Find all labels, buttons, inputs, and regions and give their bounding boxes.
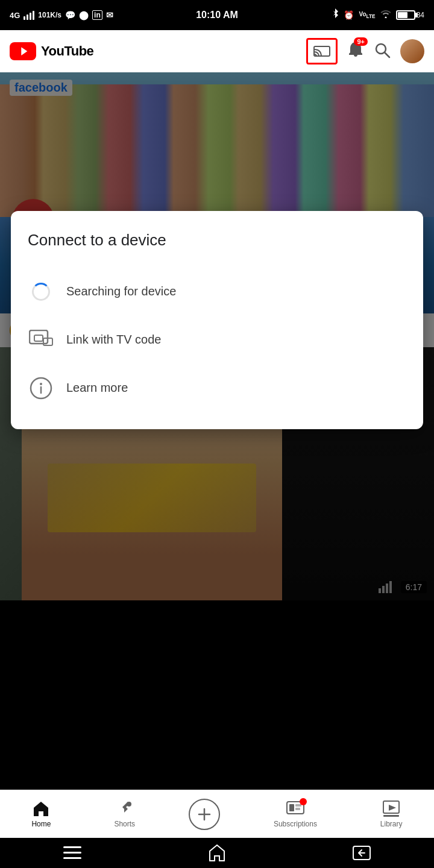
shorts-svg: [116, 800, 134, 817]
android-nav-bar: [0, 838, 434, 868]
add-icon: [197, 807, 212, 822]
svg-point-13: [40, 383, 42, 385]
library-label: Library: [380, 820, 403, 828]
searching-label: Searching for device: [66, 285, 176, 298]
volte-icon: VoLTE: [359, 11, 375, 19]
link-tv-label: Link with TV code: [66, 333, 162, 347]
battery-container: 34: [396, 10, 424, 20]
tv-code-icon: [28, 327, 54, 353]
tv-icon: [29, 330, 53, 350]
menu-icon: [63, 846, 81, 860]
battery-icon: [396, 10, 415, 20]
subscriptions-label: Subscriptions: [274, 820, 317, 828]
status-left: 4G 101K/s 💬 ⬤ in ✉: [10, 10, 113, 20]
signal-bars-icon: [24, 10, 34, 20]
cast-icon: [313, 45, 330, 58]
youtube-header: YouTube 9+: [0, 30, 434, 72]
battery-percentage: 34: [417, 11, 424, 19]
svg-rect-2: [30, 13, 31, 20]
nav-library[interactable]: Library: [371, 796, 412, 833]
data-speed: 101K/s: [38, 11, 61, 19]
youtube-logo-text: YouTube: [41, 43, 93, 59]
user-avatar[interactable]: [400, 39, 424, 63]
notification-badge: 9+: [354, 37, 368, 46]
searching-icon: [28, 278, 54, 305]
nav-home[interactable]: Home: [22, 796, 60, 833]
youtube-logo[interactable]: YouTube: [10, 42, 93, 60]
svg-rect-26: [63, 857, 81, 859]
search-icon: [374, 42, 391, 58]
svg-rect-3: [33, 11, 34, 20]
subscriptions-notification-dot: [300, 798, 307, 805]
bluetooth-icon: [332, 8, 339, 22]
svg-rect-18: [289, 804, 294, 811]
alarm-icon: ⏰: [344, 10, 354, 20]
svg-rect-1: [27, 14, 28, 20]
svg-rect-25: [63, 852, 81, 854]
shorts-icon: [116, 800, 134, 817]
linkedin-icon: in: [92, 10, 102, 20]
connect-device-dialog: Connect to a device Searching for device: [11, 211, 423, 429]
dialog-title: Connect to a device: [28, 230, 406, 251]
info-icon: [30, 377, 52, 400]
svg-rect-24: [63, 846, 81, 848]
message-icon: ⬤: [79, 10, 89, 20]
info-icon-wrapper: [28, 375, 54, 401]
library-icon: [382, 800, 400, 817]
svg-rect-9: [34, 335, 43, 341]
link-tv-code-item[interactable]: Link with TV code: [28, 316, 406, 364]
bottom-navigation: Home Shorts Subscriptions: [0, 790, 434, 838]
avatar-image: [400, 39, 424, 63]
home-icon: [32, 800, 50, 817]
svg-point-14: [127, 802, 131, 807]
svg-rect-20: [295, 808, 300, 810]
wifi-icon: [380, 10, 391, 20]
search-spinner: [32, 283, 50, 301]
create-button[interactable]: [189, 799, 220, 830]
svg-marker-4: [21, 47, 27, 55]
header-actions: 9+: [306, 38, 424, 64]
email-icon: ✉: [106, 10, 113, 20]
home-svg: [33, 801, 49, 817]
cast-button[interactable]: [306, 38, 338, 64]
android-home-icon: [208, 844, 226, 862]
library-svg: [383, 800, 400, 817]
status-bar: 4G 101K/s 💬 ⬤ in ✉ 10:10 AM ⏰ VoLTE: [0, 0, 434, 30]
svg-line-7: [385, 52, 389, 57]
searching-device-item[interactable]: Searching for device: [28, 268, 406, 316]
learn-more-label: Learn more: [66, 381, 128, 395]
home-label: Home: [31, 820, 51, 828]
content-area: facebook C C ⋮ 6: [0, 72, 434, 790]
learn-more-item[interactable]: Learn more: [28, 364, 406, 412]
play-icon: [16, 46, 30, 56]
svg-rect-0: [24, 16, 25, 20]
android-menu-button[interactable]: [63, 846, 81, 860]
time-display: 10:10 AM: [196, 10, 238, 20]
android-back-button[interactable]: [353, 846, 371, 860]
back-icon: [353, 846, 371, 860]
android-home-button[interactable]: [208, 844, 226, 862]
dialog-overlay[interactable]: Connect to a device Searching for device: [0, 72, 434, 790]
svg-marker-22: [389, 805, 396, 811]
status-right: ⏰ VoLTE 34: [332, 8, 424, 22]
whatsapp-icon: 💬: [65, 10, 75, 20]
svg-rect-23: [383, 815, 399, 817]
youtube-logo-icon: [10, 42, 36, 60]
notifications-button[interactable]: 9+: [347, 41, 364, 61]
network-indicator: 4G: [10, 11, 20, 20]
search-button[interactable]: [374, 42, 391, 61]
subscriptions-icon: [286, 800, 304, 817]
shorts-label: Shorts: [114, 820, 135, 828]
nav-subscriptions[interactable]: Subscriptions: [264, 796, 327, 833]
nav-shorts[interactable]: Shorts: [104, 796, 145, 833]
